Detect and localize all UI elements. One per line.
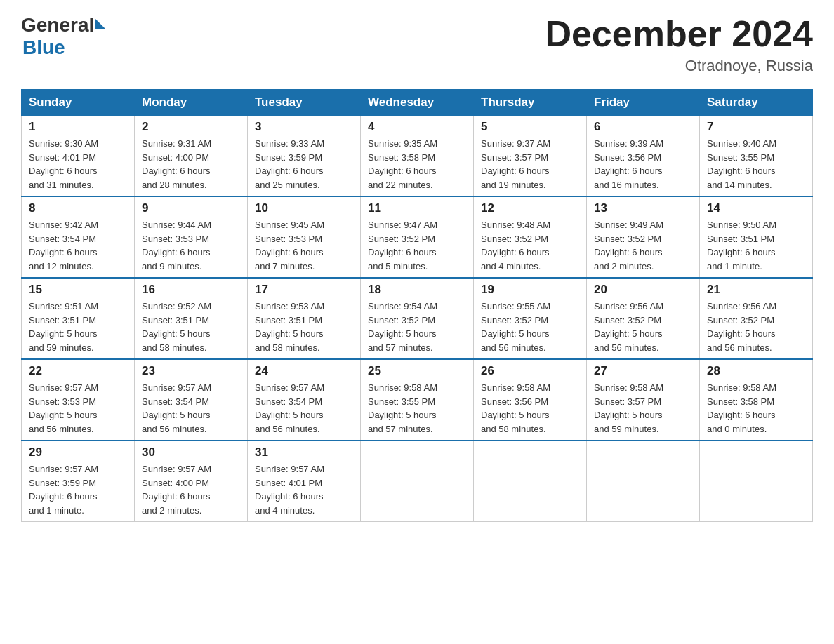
week-row-1: 1Sunrise: 9:30 AMSunset: 4:01 PMDaylight… — [22, 116, 813, 197]
day-info: Sunrise: 9:37 AMSunset: 3:57 PMDaylight:… — [481, 137, 579, 192]
day-number: 29 — [29, 445, 127, 459]
day-number: 5 — [481, 120, 579, 134]
logo: General Blue — [21, 14, 107, 59]
calendar-cell: 28Sunrise: 9:58 AMSunset: 3:58 PMDayligh… — [700, 359, 813, 441]
day-info: Sunrise: 9:51 AMSunset: 3:51 PMDaylight:… — [29, 300, 127, 354]
day-number: 8 — [29, 201, 127, 215]
day-info: Sunrise: 9:58 AMSunset: 3:58 PMDaylight:… — [707, 381, 805, 436]
calendar-cell: 20Sunrise: 9:56 AMSunset: 3:52 PMDayligh… — [587, 278, 700, 359]
day-info: Sunrise: 9:57 AMSunset: 4:00 PMDaylight:… — [142, 462, 240, 517]
month-title: December 2024 — [545, 14, 813, 54]
day-info: Sunrise: 9:35 AMSunset: 3:58 PMDaylight:… — [368, 137, 466, 192]
day-number: 17 — [255, 283, 353, 297]
day-info: Sunrise: 9:56 AMSunset: 3:52 PMDaylight:… — [594, 300, 692, 354]
weekday-header-saturday: Saturday — [700, 90, 813, 116]
day-number: 26 — [481, 364, 579, 378]
calendar-cell: 10Sunrise: 9:45 AMSunset: 3:53 PMDayligh… — [248, 196, 361, 278]
calendar-cell: 1Sunrise: 9:30 AMSunset: 4:01 PMDaylight… — [22, 116, 135, 197]
day-info: Sunrise: 9:52 AMSunset: 3:51 PMDaylight:… — [142, 300, 240, 354]
day-info: Sunrise: 9:42 AMSunset: 3:54 PMDaylight:… — [29, 218, 127, 273]
day-number: 14 — [707, 201, 805, 215]
day-number: 3 — [255, 120, 353, 134]
calendar-cell — [587, 441, 700, 522]
calendar-cell: 14Sunrise: 9:50 AMSunset: 3:51 PMDayligh… — [700, 196, 813, 278]
location-subtitle: Otradnoye, Russia — [545, 57, 813, 75]
calendar-table: SundayMondayTuesdayWednesdayThursdayFrid… — [21, 89, 813, 522]
calendar-cell: 19Sunrise: 9:55 AMSunset: 3:52 PMDayligh… — [474, 278, 587, 359]
day-number: 27 — [594, 364, 692, 378]
calendar-cell: 13Sunrise: 9:49 AMSunset: 3:52 PMDayligh… — [587, 196, 700, 278]
calendar-cell: 24Sunrise: 9:57 AMSunset: 3:54 PMDayligh… — [248, 359, 361, 441]
day-info: Sunrise: 9:33 AMSunset: 3:59 PMDaylight:… — [255, 137, 353, 192]
day-number: 13 — [594, 201, 692, 215]
day-info: Sunrise: 9:57 AMSunset: 3:59 PMDaylight:… — [29, 462, 127, 517]
day-number: 9 — [142, 201, 240, 215]
day-info: Sunrise: 9:57 AMSunset: 3:53 PMDaylight:… — [29, 381, 127, 436]
day-info: Sunrise: 9:45 AMSunset: 3:53 PMDaylight:… — [255, 218, 353, 273]
day-info: Sunrise: 9:57 AMSunset: 4:01 PMDaylight:… — [255, 462, 353, 517]
day-number: 12 — [481, 201, 579, 215]
day-info: Sunrise: 9:58 AMSunset: 3:56 PMDaylight:… — [481, 381, 579, 436]
day-info: Sunrise: 9:58 AMSunset: 3:57 PMDaylight:… — [594, 381, 692, 436]
calendar-cell: 6Sunrise: 9:39 AMSunset: 3:56 PMDaylight… — [587, 116, 700, 197]
day-number: 6 — [594, 120, 692, 134]
week-row-3: 15Sunrise: 9:51 AMSunset: 3:51 PMDayligh… — [22, 278, 813, 359]
day-number: 10 — [255, 201, 353, 215]
day-info: Sunrise: 9:44 AMSunset: 3:53 PMDaylight:… — [142, 218, 240, 273]
calendar-cell — [474, 441, 587, 522]
day-number: 15 — [29, 283, 127, 297]
week-row-2: 8Sunrise: 9:42 AMSunset: 3:54 PMDaylight… — [22, 196, 813, 278]
day-info: Sunrise: 9:39 AMSunset: 3:56 PMDaylight:… — [594, 137, 692, 192]
calendar-cell: 4Sunrise: 9:35 AMSunset: 3:58 PMDaylight… — [361, 116, 474, 197]
day-number: 23 — [142, 364, 240, 378]
calendar-cell: 25Sunrise: 9:58 AMSunset: 3:55 PMDayligh… — [361, 359, 474, 441]
logo-general-text: General — [21, 14, 94, 36]
day-info: Sunrise: 9:49 AMSunset: 3:52 PMDaylight:… — [594, 218, 692, 273]
day-number: 31 — [255, 445, 353, 459]
day-info: Sunrise: 9:58 AMSunset: 3:55 PMDaylight:… — [368, 381, 466, 436]
day-number: 2 — [142, 120, 240, 134]
day-number: 16 — [142, 283, 240, 297]
day-number: 4 — [368, 120, 466, 134]
calendar-cell: 12Sunrise: 9:48 AMSunset: 3:52 PMDayligh… — [474, 196, 587, 278]
day-number: 28 — [707, 364, 805, 378]
day-number: 24 — [255, 364, 353, 378]
day-number: 18 — [368, 283, 466, 297]
calendar-cell: 3Sunrise: 9:33 AMSunset: 3:59 PMDaylight… — [248, 116, 361, 197]
day-number: 21 — [707, 283, 805, 297]
calendar-cell: 11Sunrise: 9:47 AMSunset: 3:52 PMDayligh… — [361, 196, 474, 278]
weekday-header-row: SundayMondayTuesdayWednesdayThursdayFrid… — [22, 90, 813, 116]
calendar-cell: 26Sunrise: 9:58 AMSunset: 3:56 PMDayligh… — [474, 359, 587, 441]
day-number: 11 — [368, 201, 466, 215]
weekday-header-thursday: Thursday — [474, 90, 587, 116]
day-info: Sunrise: 9:56 AMSunset: 3:52 PMDaylight:… — [707, 300, 805, 354]
day-info: Sunrise: 9:40 AMSunset: 3:55 PMDaylight:… — [707, 137, 805, 192]
calendar-cell: 30Sunrise: 9:57 AMSunset: 4:00 PMDayligh… — [135, 441, 248, 522]
calendar-cell: 2Sunrise: 9:31 AMSunset: 4:00 PMDaylight… — [135, 116, 248, 197]
page-header: General Blue December 2024 Otradnoye, Ru… — [21, 14, 813, 75]
calendar-cell: 5Sunrise: 9:37 AMSunset: 3:57 PMDaylight… — [474, 116, 587, 197]
day-info: Sunrise: 9:47 AMSunset: 3:52 PMDaylight:… — [368, 218, 466, 273]
calendar-cell: 15Sunrise: 9:51 AMSunset: 3:51 PMDayligh… — [22, 278, 135, 359]
calendar-cell: 16Sunrise: 9:52 AMSunset: 3:51 PMDayligh… — [135, 278, 248, 359]
calendar-cell: 17Sunrise: 9:53 AMSunset: 3:51 PMDayligh… — [248, 278, 361, 359]
day-info: Sunrise: 9:31 AMSunset: 4:00 PMDaylight:… — [142, 137, 240, 192]
calendar-cell — [700, 441, 813, 522]
weekday-header-wednesday: Wednesday — [361, 90, 474, 116]
logo-arrow-icon — [95, 19, 105, 29]
week-row-4: 22Sunrise: 9:57 AMSunset: 3:53 PMDayligh… — [22, 359, 813, 441]
calendar-cell: 31Sunrise: 9:57 AMSunset: 4:01 PMDayligh… — [248, 441, 361, 522]
title-section: December 2024 Otradnoye, Russia — [545, 14, 813, 75]
day-info: Sunrise: 9:50 AMSunset: 3:51 PMDaylight:… — [707, 218, 805, 273]
calendar-cell: 9Sunrise: 9:44 AMSunset: 3:53 PMDaylight… — [135, 196, 248, 278]
logo-blue-text: Blue — [22, 36, 65, 58]
weekday-header-sunday: Sunday — [22, 90, 135, 116]
day-info: Sunrise: 9:57 AMSunset: 3:54 PMDaylight:… — [142, 381, 240, 436]
week-row-5: 29Sunrise: 9:57 AMSunset: 3:59 PMDayligh… — [22, 441, 813, 522]
weekday-header-friday: Friday — [587, 90, 700, 116]
day-info: Sunrise: 9:48 AMSunset: 3:52 PMDaylight:… — [481, 218, 579, 273]
day-info: Sunrise: 9:30 AMSunset: 4:01 PMDaylight:… — [29, 137, 127, 192]
day-info: Sunrise: 9:53 AMSunset: 3:51 PMDaylight:… — [255, 300, 353, 354]
calendar-cell: 22Sunrise: 9:57 AMSunset: 3:53 PMDayligh… — [22, 359, 135, 441]
day-number: 19 — [481, 283, 579, 297]
